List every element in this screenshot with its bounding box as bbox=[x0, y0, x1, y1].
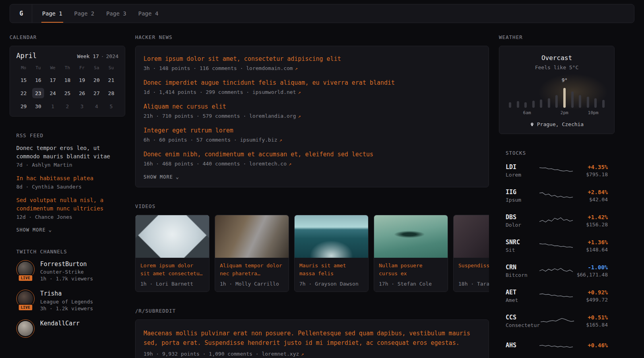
video-card[interactable]: Mauris sit amet massa felis 7h · Grayson… bbox=[294, 215, 369, 292]
external-link-icon: ↗ bbox=[301, 351, 304, 357]
twitch-channel-info: Trisha League of Legends 3h · 1.2k viewe… bbox=[40, 290, 93, 311]
stock-row[interactable]: DBS Dolor +1.42% $156.28 bbox=[506, 212, 608, 230]
video-card[interactable]: Lorem ipsum dolor sit amet consectetu… 1… bbox=[135, 215, 209, 292]
stock-row[interactable]: SNRC Sit +1.36% $148.64 bbox=[506, 237, 608, 255]
videos-widget: VIDEOS Lorem ipsum dolor sit amet consec… bbox=[135, 203, 489, 292]
hn-story: Lorem ipsum dolor sit amet, consectetur … bbox=[144, 55, 481, 71]
stock-id: CRN Bitcorn bbox=[506, 264, 539, 278]
stock-name: Consectetur bbox=[506, 322, 540, 328]
twitch-channel-row[interactable]: LIVE Trisha League of Legends 3h · 1.2k … bbox=[16, 290, 118, 311]
calendar-day: 16 bbox=[32, 75, 44, 85]
stock-price: $165.84 bbox=[575, 322, 608, 328]
hn-story-title[interactable]: Aliquam nec cursus elit bbox=[144, 103, 226, 110]
hn-meta-text: 3h · 148 points · 116 comments · loremdo… bbox=[144, 65, 293, 71]
video-body: Lorem ipsum dolor sit amet consectetu… 1… bbox=[136, 258, 209, 292]
stock-name: Ipsum bbox=[506, 197, 539, 203]
tab-page-3[interactable]: Page 3 bbox=[100, 4, 132, 23]
weather-feels-like: Feels like 5°C bbox=[506, 64, 608, 70]
hn-story: Integer eget rutrum lorem 6h · 60 points… bbox=[144, 126, 481, 143]
calendar-day-header: Mo bbox=[16, 65, 31, 72]
stock-name: Dolor bbox=[506, 222, 539, 228]
hn-story: Donec imperdiet augue tincidunt felis al… bbox=[144, 79, 481, 95]
calendar-day-header: Tu bbox=[31, 65, 46, 72]
subreddit-widget-title: /R/SUBREDDIT bbox=[135, 308, 489, 314]
twitch-channels-widget: TWITCH CHANNELS LIVE ForrestBurton Count… bbox=[10, 249, 125, 338]
stock-row[interactable]: CCS Consectetur +0.51% $165.84 bbox=[506, 312, 608, 330]
hn-story-title[interactable]: Donec imperdiet augue tincidunt felis al… bbox=[144, 79, 395, 86]
location-pin-icon bbox=[530, 122, 534, 127]
live-badge: LIVE bbox=[18, 304, 33, 311]
stock-row[interactable]: LDI Lorem +4.35% $795.18 bbox=[506, 161, 608, 179]
stock-id: AET Amet bbox=[506, 289, 539, 303]
dashboard-layout: CALENDAR April Week 17·2024 Mo Tu We Th … bbox=[0, 34, 644, 358]
stock-values: +0.51% $165.84 bbox=[575, 314, 608, 328]
video-meta: 18h · Tara bbox=[458, 281, 489, 287]
weather-time-label: 6am bbox=[523, 110, 531, 115]
app-logo[interactable]: G bbox=[16, 4, 32, 23]
stock-row[interactable]: CRN Bitcorn -1.00% $66,171.48 bbox=[506, 262, 608, 280]
hn-show-more-button[interactable]: SHOW MORE ⌄ bbox=[144, 174, 481, 180]
stock-change: +1.36% bbox=[574, 239, 608, 245]
stock-name: Bitcorn bbox=[506, 272, 539, 278]
calendar-year: 2024 bbox=[106, 53, 118, 59]
hacker-news-widget-title: HACKER NEWS bbox=[135, 34, 489, 40]
hn-meta-text: 16h · 468 points · 440 comments · loremt… bbox=[144, 161, 287, 167]
stock-change: +0.92% bbox=[574, 289, 608, 296]
calendar-month: April bbox=[16, 52, 37, 60]
stock-row[interactable]: AET Amet +0.92% $499.72 bbox=[506, 287, 608, 305]
hn-story-meta: 1d · 1,414 points · 299 comments · ipsum… bbox=[144, 89, 481, 95]
calendar-week-label: Week 17 bbox=[77, 53, 99, 59]
stock-change: +1.42% bbox=[574, 214, 608, 220]
subreddit-post-meta: 19h · 9,932 points · 1,090 comments · lo… bbox=[144, 351, 481, 357]
weather-bar bbox=[517, 101, 519, 108]
dot-separator: · bbox=[101, 53, 104, 59]
video-title: Lorem ipsum dolor sit amet consectetu… bbox=[140, 262, 204, 278]
hn-story: Donec enim nibh, condimentum et accumsan… bbox=[144, 150, 481, 167]
external-link-icon: ↗ bbox=[298, 90, 301, 95]
weather-bar bbox=[524, 102, 527, 108]
video-card[interactable]: Aliquam tempor dolor nec pharetra… 1h · … bbox=[215, 215, 289, 292]
video-thumbnail bbox=[374, 215, 448, 258]
tab-page-2[interactable]: Page 2 bbox=[68, 4, 101, 23]
right-column: WEATHER Overcast Feels like 5°C 9° 6am 2… bbox=[499, 34, 615, 358]
hn-story-title[interactable]: Donec enim nibh, condimentum et accumsan… bbox=[144, 151, 373, 158]
stock-symbol: CCS bbox=[506, 314, 540, 321]
stock-symbol: AHS bbox=[506, 342, 539, 349]
twitch-channel-game: League of Legends bbox=[40, 299, 93, 305]
calendar-day: 4 bbox=[91, 101, 103, 111]
hn-story-title[interactable]: Integer eget rutrum lorem bbox=[144, 127, 233, 134]
tab-page-1[interactable]: Page 1 bbox=[36, 4, 68, 23]
rss-item-meta: 8d · Cynthia Saunders bbox=[16, 184, 118, 190]
videos-widget-title: VIDEOS bbox=[135, 203, 489, 209]
rss-item-title[interactable]: Donec tempor eros leo, ut commodo mauris… bbox=[16, 145, 110, 160]
calendar-day: 21 bbox=[105, 75, 117, 85]
rss-show-more-button[interactable]: SHOW MORE ⌄ bbox=[16, 227, 118, 233]
stock-symbol: AET bbox=[506, 289, 539, 296]
stock-id: LDI Lorem bbox=[506, 163, 539, 178]
subreddit-meta-text: 19h · 9,932 points · 1,090 comments · lo… bbox=[144, 351, 299, 357]
video-card[interactable]: Nullam posuere cursus ex 17h · Stefan Co… bbox=[374, 215, 448, 292]
weather-bar bbox=[563, 88, 566, 108]
twitch-channel-row[interactable]: LIVE ForrestBurton Counter-Strike 1h · 1… bbox=[16, 260, 118, 282]
weather-bar bbox=[509, 102, 511, 108]
stock-price: $148.64 bbox=[574, 247, 608, 253]
tab-page-4[interactable]: Page 4 bbox=[132, 4, 165, 23]
video-card[interactable]: Suspendisse diam 18h · Tara bbox=[453, 215, 489, 292]
subreddit-post-title[interactable]: Maecenas mollis pulvinar erat non posuer… bbox=[144, 330, 470, 346]
twitch-channel-name: ForrestBurton bbox=[40, 260, 93, 268]
rss-item-title[interactable]: In hac habitasse platea bbox=[16, 175, 93, 181]
stock-row[interactable]: IIG Ipsum +2.84% $42.04 bbox=[506, 187, 608, 204]
avatar-ring bbox=[16, 319, 35, 338]
stock-values: +0.92% $499.72 bbox=[574, 289, 608, 303]
weather-location-text: Prague, Czechia bbox=[537, 121, 584, 127]
twitch-channel-row[interactable]: KendallCarr bbox=[16, 319, 118, 338]
calendar-day: 26 bbox=[76, 88, 88, 98]
twitch-channel-game: Counter-Strike bbox=[40, 269, 93, 275]
rss-item-title[interactable]: Sed volutpat nulla nisl, a condimentum n… bbox=[16, 197, 103, 212]
stock-name: Lorem bbox=[506, 172, 539, 178]
hn-story-title[interactable]: Lorem ipsum dolor sit amet, consectetur … bbox=[144, 55, 341, 62]
video-thumbnail bbox=[136, 215, 209, 258]
weather-bar bbox=[540, 99, 542, 108]
stock-row[interactable]: AHS +0.46% bbox=[506, 337, 608, 355]
calendar-day-header: Th bbox=[60, 65, 75, 72]
